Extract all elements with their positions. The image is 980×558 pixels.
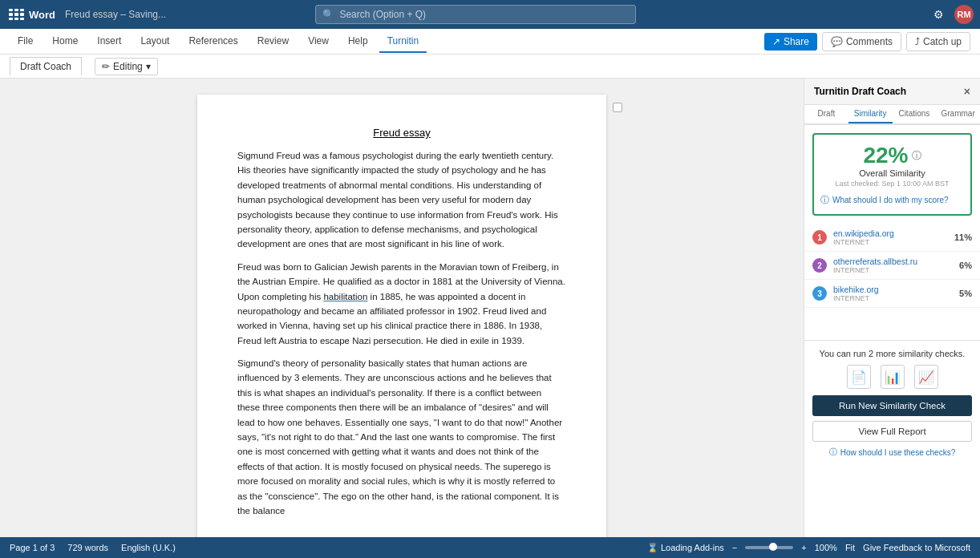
status-right: ⌛ Loading Add-ins − + 100% Fit Give Feed… <box>647 543 970 553</box>
source-pct-1: 11% <box>954 232 972 242</box>
share-label: Share <box>784 36 809 47</box>
page-info: Page 1 of 3 <box>10 543 55 552</box>
tab-turnitin[interactable]: Turnitin <box>379 30 427 53</box>
similarity-score-box: 22% ⓘ Overall Similarity Last checked: S… <box>812 133 972 216</box>
source-type-3: INTERNET <box>833 294 953 302</box>
source-type-2: INTERNET <box>833 266 953 274</box>
word-label: Word <box>29 9 55 21</box>
score-date: Last checked: Sep 1 10:00 AM BST <box>820 180 964 188</box>
tab-references[interactable]: References <box>180 30 245 53</box>
source-type-1: INTERNET <box>833 238 948 246</box>
tab-insert[interactable]: Insert <box>89 30 129 53</box>
title-bar: Word Freud essay – Saving... 🔍 Search (O… <box>0 0 980 29</box>
tab-home[interactable]: Home <box>44 30 86 53</box>
fit-label[interactable]: Fit <box>845 543 855 552</box>
search-box[interactable]: 🔍 Search (Option + Q) <box>315 5 636 24</box>
catchup-button[interactable]: ⤴ Catch up <box>906 32 970 51</box>
source-info-1: en.wikipedia.org INTERNET <box>833 228 948 246</box>
document-page: Freud essay Sigmund Freud was a famous p… <box>197 95 606 537</box>
feedback-label[interactable]: Give Feedback to Microsoft <box>863 543 970 552</box>
zoom-slider[interactable] <box>745 546 793 549</box>
close-icon[interactable]: × <box>964 85 970 98</box>
avatar[interactable]: RM <box>954 5 974 24</box>
panel-header: Turnitin Draft Coach × <box>804 79 980 105</box>
source-pct-2: 6% <box>959 261 972 270</box>
word-count: 729 words <box>67 543 108 552</box>
tab-view[interactable]: View <box>300 30 337 53</box>
paragraph-3: Sigmund's theory of personality basicall… <box>237 356 566 518</box>
turnitin-panel: Turnitin Draft Coach × Draft Similarity … <box>804 79 980 537</box>
doc-icon-3: 📈 <box>914 365 938 389</box>
view-report-button[interactable]: View Full Report <box>812 421 972 442</box>
help-text: What should I do with my score? <box>832 196 949 204</box>
source-name-3[interactable]: bikehike.org <box>833 285 953 294</box>
zoom-thumb <box>769 543 777 551</box>
score-row: 22% ⓘ <box>820 143 964 168</box>
run-check-button[interactable]: Run New Similarity Check <box>812 395 972 416</box>
document-body[interactable]: Sigmund Freud was a famous psychologist … <box>237 148 566 518</box>
source-name-1[interactable]: en.wikipedia.org <box>833 228 948 238</box>
source-num-3: 3 <box>812 286 827 301</box>
tab-citations[interactable]: Citations <box>893 105 937 123</box>
doc-icon-2: 📊 <box>881 365 905 389</box>
panel-bottom: You can run 2 more similarity checks. 📄 … <box>804 340 980 466</box>
search-icon: 🔍 <box>322 9 334 20</box>
page-marker <box>613 103 622 112</box>
sources-list: 1 en.wikipedia.org INTERNET 11% 2 otherr… <box>804 224 980 308</box>
document-area: Freud essay Sigmund Freud was a famous p… <box>0 79 804 537</box>
chevron-down-icon: ▾ <box>146 61 151 72</box>
panel-title: Turnitin Draft Coach <box>814 86 906 97</box>
editing-button[interactable]: ✏ Editing ▾ <box>95 58 158 75</box>
app-name: Word <box>29 9 55 21</box>
source-item-3[interactable]: 3 bikehike.org INTERNET 5% <box>804 280 980 308</box>
tab-similarity[interactable]: Similarity <box>848 105 893 123</box>
catchup-label: Catch up <box>923 36 962 47</box>
apps-icon[interactable] <box>6 6 22 22</box>
comments-label: Comments <box>846 36 893 47</box>
language: English (U.K.) <box>121 543 176 552</box>
tab-file[interactable]: File <box>10 30 41 53</box>
source-num-2: 2 <box>812 258 827 273</box>
score-label: Overall Similarity <box>820 168 964 178</box>
source-info-3: bikehike.org INTERNET <box>833 285 953 302</box>
score-help-link[interactable]: ⓘ What should I do with my score? <box>820 194 964 206</box>
panel-tabs: Draft Similarity Citations Grammar <box>804 105 980 125</box>
zoom-minus[interactable]: − <box>732 543 737 552</box>
tab-help[interactable]: Help <box>340 30 376 53</box>
tab-layout[interactable]: Layout <box>132 30 177 53</box>
source-item-2[interactable]: 2 otherreferats.allbest.ru INTERNET 6% <box>804 252 980 280</box>
help-icon: ⓘ <box>829 447 837 458</box>
pencil-icon: ✏ <box>102 61 110 72</box>
zoom-level: 100% <box>815 543 837 552</box>
similarity-score: 22% <box>863 143 908 168</box>
sub-toolbar: Draft Coach ✏ Editing ▾ <box>0 55 980 79</box>
source-item-1[interactable]: 1 en.wikipedia.org INTERNET 11% <box>804 224 980 252</box>
paragraph-2: Freud was born to Galician Jewish parent… <box>237 260 566 348</box>
document-title: Freud essay – Saving... <box>65 9 166 20</box>
tab-draft[interactable]: Draft <box>804 105 848 123</box>
ribbon: File Home Insert Layout References Revie… <box>0 29 980 55</box>
editing-label: Editing <box>113 61 143 72</box>
info-icon[interactable]: ⓘ <box>912 149 921 163</box>
runs-left-text: You can run 2 more similarity checks. <box>812 349 972 358</box>
source-name-2[interactable]: otherreferats.allbest.ru <box>833 257 953 266</box>
source-info-2: otherreferats.allbest.ru INTERNET <box>833 257 953 274</box>
draft-coach-tab[interactable]: Draft Coach <box>10 57 82 75</box>
search-placeholder: Search (Option + Q) <box>339 9 426 20</box>
share-button[interactable]: ↗ Share <box>764 33 817 51</box>
comments-button[interactable]: 💬 Comments <box>822 32 901 51</box>
doc-icon-1: 📄 <box>847 365 871 389</box>
status-bar: Page 1 of 3 729 words English (U.K.) ⌛ L… <box>0 537 980 558</box>
paragraph-1: Sigmund Freud was a famous psychologist … <box>237 148 566 252</box>
loading-text: ⌛ Loading Add-ins <box>647 543 724 553</box>
share-icon: ↗ <box>772 36 780 47</box>
tab-review[interactable]: Review <box>249 30 297 53</box>
main-area: Freud essay Sigmund Freud was a famous p… <box>0 79 980 537</box>
zoom-plus[interactable]: + <box>801 543 806 552</box>
comments-icon: 💬 <box>831 36 843 47</box>
tab-grammar[interactable]: Grammar <box>936 105 980 123</box>
habilitation-word: habilitation <box>323 292 367 301</box>
how-to-link[interactable]: ⓘ How should I use these checks? <box>812 447 972 458</box>
settings-button[interactable]: ⚙ <box>929 5 948 24</box>
how-to-text: How should I use these checks? <box>840 448 955 457</box>
